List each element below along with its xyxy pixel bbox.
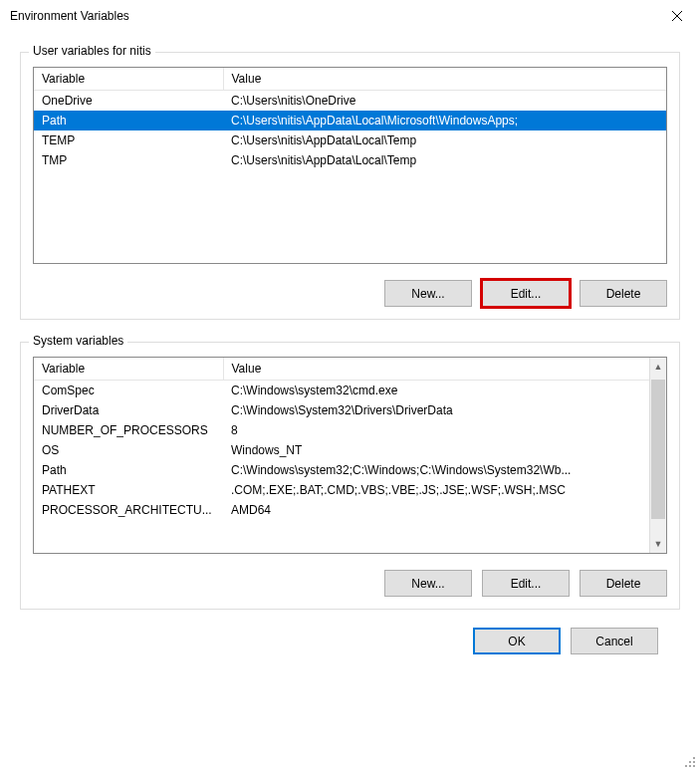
titlebar: Environment Variables	[0, 0, 700, 32]
cell-var: PROCESSOR_ARCHITECTU...	[34, 500, 223, 520]
svg-point-2	[693, 757, 695, 759]
cell-var: OS	[34, 440, 223, 460]
user-variables-table-container: Variable Value OneDrive C:\Users\nitis\O…	[33, 67, 667, 264]
table-row[interactable]: PATHEXT.COM;.EXE;.BAT;.CMD;.VBS;.VBE;.JS…	[34, 480, 649, 500]
system-variables-table[interactable]: Variable Value ComSpecC:\Windows\system3…	[34, 358, 649, 520]
cell-val: C:\Windows\System32\Drivers\DriverData	[223, 400, 649, 420]
cell-val: .COM;.EXE;.BAT;.CMD;.VBS;.VBE;.JS;.JSE;.…	[223, 480, 649, 500]
sys-edit-button[interactable]: Edit...	[482, 570, 570, 597]
system-variables-buttons: New... Edit... Delete	[33, 570, 667, 597]
svg-point-3	[689, 761, 691, 763]
cell-val: C:\Windows\system32;C:\Windows;C:\Window…	[223, 460, 649, 480]
cell-val: C:\Users\nitis\OneDrive	[223, 91, 666, 112]
resize-grip-icon	[684, 756, 696, 768]
cell-val: C:\Users\nitis\AppData\Local\Temp	[223, 150, 666, 170]
cell-val: C:\Windows\system32\cmd.exe	[223, 381, 649, 401]
close-icon	[672, 11, 682, 21]
cell-var: ComSpec	[34, 381, 223, 401]
close-button[interactable]	[654, 0, 700, 32]
cell-val: AMD64	[223, 500, 649, 520]
system-variables-table-container: Variable Value ComSpecC:\Windows\system3…	[33, 357, 667, 554]
table-row[interactable]: ComSpecC:\Windows\system32\cmd.exe	[34, 381, 649, 401]
system-variables-group: System variables Variable Value ComSpecC…	[20, 342, 680, 610]
system-variables-label: System variables	[29, 334, 127, 348]
user-col-value[interactable]: Value	[223, 68, 666, 91]
cell-val: 8	[223, 420, 649, 440]
user-delete-button[interactable]: Delete	[580, 280, 667, 307]
chevron-up-icon: ▲	[650, 362, 666, 372]
sys-new-button[interactable]: New...	[384, 570, 472, 597]
user-new-button[interactable]: New...	[384, 280, 472, 307]
table-row[interactable]: PROCESSOR_ARCHITECTU...AMD64	[34, 500, 649, 520]
table-row[interactable]: PathC:\Windows\system32;C:\Windows;C:\Wi…	[34, 460, 649, 480]
cell-var: Path	[34, 111, 223, 130]
table-row[interactable]: TMP C:\Users\nitis\AppData\Local\Temp	[34, 150, 666, 170]
table-row[interactable]: Path C:\Users\nitis\AppData\Local\Micros…	[34, 111, 666, 130]
window-title: Environment Variables	[10, 9, 129, 23]
cell-val: Windows_NT	[223, 440, 649, 460]
cancel-button[interactable]: Cancel	[571, 628, 658, 654]
table-row[interactable]: OneDrive C:\Users\nitis\OneDrive	[34, 91, 666, 112]
cell-var: PATHEXT	[34, 480, 223, 500]
table-row[interactable]: NUMBER_OF_PROCESSORS8	[34, 420, 649, 440]
user-col-variable[interactable]: Variable	[34, 68, 223, 91]
dialog-buttons: OK Cancel	[20, 610, 680, 658]
user-edit-button[interactable]: Edit...	[482, 280, 570, 307]
table-row[interactable]: TEMP C:\Users\nitis\AppData\Local\Temp	[34, 130, 666, 150]
user-variables-table[interactable]: Variable Value OneDrive C:\Users\nitis\O…	[34, 68, 666, 170]
cell-val: C:\Users\nitis\AppData\Local\Temp	[223, 130, 666, 150]
dialog-content: User variables for nitis Variable Value …	[0, 32, 700, 668]
table-row[interactable]: DriverDataC:\Windows\System32\Drivers\Dr…	[34, 400, 649, 420]
svg-point-6	[689, 765, 691, 767]
svg-point-7	[693, 765, 695, 767]
sys-col-value[interactable]: Value	[223, 358, 649, 381]
sys-delete-button[interactable]: Delete	[580, 570, 667, 597]
cell-var: TEMP	[34, 130, 223, 150]
cell-var: TMP	[34, 150, 223, 170]
scrollbar-thumb[interactable]	[651, 380, 665, 519]
cell-var: Path	[34, 460, 223, 480]
user-variables-label: User variables for nitis	[29, 44, 155, 58]
user-variables-buttons: New... Edit... Delete	[33, 280, 667, 307]
vertical-scrollbar[interactable]: ▲ ▼	[649, 358, 666, 553]
svg-point-5	[685, 765, 687, 767]
cell-val: C:\Users\nitis\AppData\Local\Microsoft\W…	[223, 111, 666, 130]
user-variables-group: User variables for nitis Variable Value …	[20, 52, 680, 320]
chevron-down-icon: ▼	[650, 539, 666, 549]
svg-point-4	[693, 761, 695, 763]
ok-button[interactable]: OK	[473, 628, 561, 654]
table-row[interactable]: OSWindows_NT	[34, 440, 649, 460]
cell-var: OneDrive	[34, 91, 223, 112]
sys-col-variable[interactable]: Variable	[34, 358, 223, 381]
resize-grip[interactable]	[684, 756, 696, 768]
cell-var: DriverData	[34, 400, 223, 420]
cell-var: NUMBER_OF_PROCESSORS	[34, 420, 223, 440]
